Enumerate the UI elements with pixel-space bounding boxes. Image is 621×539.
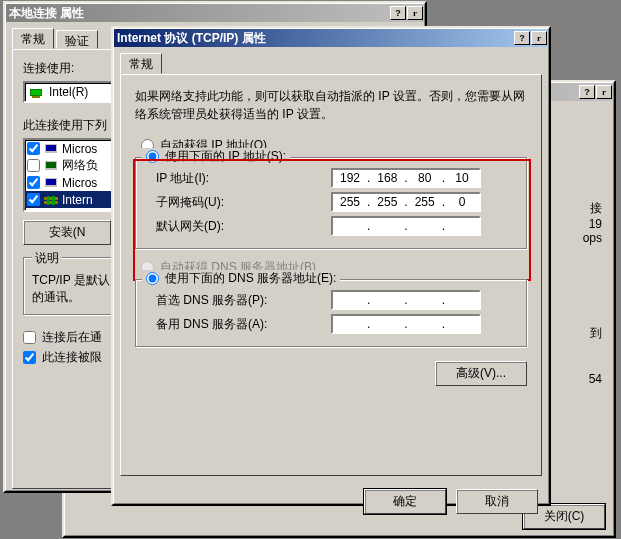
service-icon (44, 176, 58, 190)
svg-rect-10 (44, 201, 58, 204)
gw-octet[interactable] (408, 218, 442, 234)
gw-octet[interactable] (333, 218, 367, 234)
gw-octet[interactable] (445, 218, 479, 234)
gw-octet[interactable] (370, 218, 404, 234)
list-item-label: 网络负 (62, 157, 98, 174)
tab-auth[interactable]: 验证 (56, 30, 98, 49)
tab-general[interactable]: 常规 (12, 28, 54, 49)
status-help-button[interactable]: ? (579, 85, 595, 99)
mask-octet[interactable] (333, 194, 367, 210)
tcpip-help-button[interactable]: ? (514, 31, 530, 45)
ip-octet[interactable] (370, 170, 404, 186)
ip-octet[interactable] (408, 170, 442, 186)
lan-help-button[interactable]: ? (390, 6, 406, 20)
tcpip-button-bar: 确定 取消 (114, 482, 548, 521)
item-check[interactable] (27, 159, 40, 172)
ip-address-input[interactable]: . . . (331, 168, 481, 188)
item-check[interactable] (27, 193, 40, 206)
status-close-button[interactable]: r (596, 85, 612, 99)
gateway-input[interactable]: . . . (331, 216, 481, 236)
list-item-label: Micros (62, 142, 97, 156)
advanced-button[interactable]: 高级(V)... (435, 361, 527, 386)
tcpip-tabstrip: 常规 (120, 53, 542, 74)
mask-octet[interactable] (370, 194, 404, 210)
ip-octet[interactable] (445, 170, 479, 186)
list-item-label: Intern (62, 193, 93, 207)
item-check[interactable] (27, 176, 40, 189)
mask-octet[interactable] (445, 194, 479, 210)
notify-check[interactable] (23, 331, 36, 344)
client-icon (44, 142, 58, 156)
svg-rect-12 (52, 196, 55, 205)
dns2-label: 备用 DNS 服务器(A): (156, 316, 331, 333)
desc-body: TCP/IP 是默认的通讯。 (32, 272, 112, 306)
mask-label: 子网掩码(U): (156, 194, 331, 211)
limited-check-label: 此连接被限 (42, 349, 102, 366)
dns1-octet[interactable] (445, 292, 479, 308)
install-button[interactable]: 安装(N (23, 220, 111, 245)
gw-label: 默认网关(D): (156, 218, 331, 235)
radio-manual-dns[interactable] (146, 272, 159, 285)
svg-rect-8 (46, 179, 56, 185)
radio-manual-ip[interactable] (146, 150, 159, 163)
dns2-octet[interactable] (370, 316, 404, 332)
ip-octet[interactable] (333, 170, 367, 186)
svg-rect-9 (44, 197, 58, 200)
limited-check[interactable] (23, 351, 36, 364)
radio-manual-dns-row[interactable]: 使用下面的 DNS 服务器地址(E): (142, 270, 340, 287)
tcpip-intro: 如果网络支持此功能，则可以获取自动指派的 IP 设置。否则，您需要从网络系统管理… (135, 87, 527, 123)
status-right-info: 接 19 ops 到 54 (583, 200, 602, 386)
tcpip-titlebar: Internet 协议 (TCP/IP) 属性 ? r (114, 29, 548, 47)
nic-icon (29, 85, 43, 99)
dns2-octet[interactable] (445, 316, 479, 332)
dns2-octet[interactable] (333, 316, 367, 332)
tcpip-tab-general[interactable]: 常规 (120, 53, 162, 74)
ip-label: IP 地址(I): (156, 170, 331, 187)
radio-manual-ip-label: 使用下面的 IP 地址(S): (165, 148, 286, 165)
adapter-name: Intel(R) (49, 85, 88, 99)
list-item-label: Micros (62, 176, 97, 190)
notify-check-label: 连接后在通 (42, 329, 102, 346)
svg-rect-4 (46, 145, 56, 151)
svg-rect-2 (32, 96, 40, 98)
dns1-label: 首选 DNS 服务器(P): (156, 292, 331, 309)
mask-octet[interactable] (408, 194, 442, 210)
lan-close-button[interactable]: r (407, 6, 423, 20)
protocol-icon (44, 193, 58, 207)
radio-manual-dns-label: 使用下面的 DNS 服务器地址(E): (165, 270, 336, 287)
lan-titlebar: 本地连接 属性 ? r (6, 4, 424, 22)
tcpip-tabpanel: 如果网络支持此功能，则可以获取自动指派的 IP 设置。否则，您需要从网络系统管理… (120, 74, 542, 476)
ok-button[interactable]: 确定 (364, 489, 446, 514)
svg-rect-11 (47, 196, 50, 205)
desc-title: 说明 (32, 250, 62, 267)
lan-title: 本地连接 属性 (9, 5, 390, 22)
tcpip-title: Internet 协议 (TCP/IP) 属性 (117, 30, 514, 47)
subnet-mask-input[interactable]: . . . (331, 192, 481, 212)
dns1-input[interactable]: . . . (331, 290, 481, 310)
dns1-octet[interactable] (333, 292, 367, 308)
svg-rect-1 (31, 90, 41, 95)
cancel-button[interactable]: 取消 (456, 489, 538, 514)
dns1-octet[interactable] (370, 292, 404, 308)
radio-manual-ip-row[interactable]: 使用下面的 IP 地址(S): (142, 148, 290, 165)
dns2-input[interactable]: . . . (331, 314, 481, 334)
item-check[interactable] (27, 142, 40, 155)
tcpip-window: Internet 协议 (TCP/IP) 属性 ? r 常规 如果网络支持此功能… (111, 26, 551, 506)
service-icon (44, 159, 58, 173)
tcpip-close-button[interactable]: r (531, 31, 547, 45)
dns2-octet[interactable] (408, 316, 442, 332)
dns1-octet[interactable] (408, 292, 442, 308)
svg-rect-6 (46, 162, 56, 168)
